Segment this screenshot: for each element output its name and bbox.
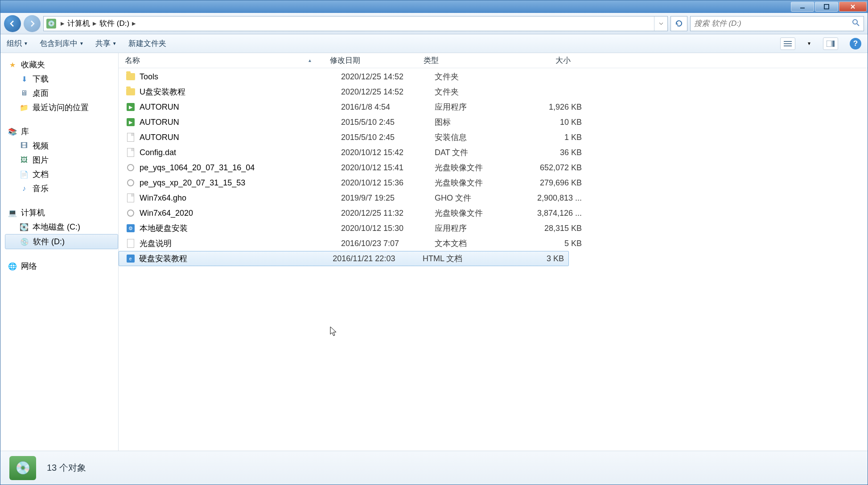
sidebar-computer-header[interactable]: 💻 计算机 [5, 206, 118, 220]
file-row[interactable]: Win7x64.gho2019/9/7 19:25GHO 文件2,900,813… [119, 190, 868, 206]
close-button[interactable] [839, 2, 867, 12]
file-name: Tools [140, 72, 341, 82]
titlebar [0, 0, 868, 13]
file-type: 安装信息 [435, 132, 528, 143]
drive-icon: 💿 [20, 237, 29, 246]
share-button[interactable]: 共享 ▼ [95, 38, 117, 49]
search-box[interactable] [690, 16, 864, 31]
svg-rect-4 [784, 43, 792, 44]
file-row[interactable]: ⚙本地硬盘安装2020/10/12 15:30应用程序28,315 KB [119, 221, 868, 236]
favorites-label: 收藏夹 [21, 59, 45, 70]
address-dropdown[interactable] [654, 16, 667, 31]
status-text: 13 个对象 [47, 462, 86, 474]
address-bar[interactable]: 💿 ▸ 计算机 ▸ 软件 (D:) ▸ [43, 16, 668, 31]
organize-button[interactable]: 组织 ▼ [7, 38, 28, 49]
chevron-down-icon: ▼ [79, 41, 84, 46]
file-size: 36 KB [528, 148, 586, 157]
sidebar-item-recent[interactable]: 📁 最近访问的位置 [5, 100, 118, 115]
search-input[interactable] [694, 19, 852, 28]
desktop-label: 桌面 [33, 88, 49, 99]
organize-label: 组织 [7, 38, 22, 49]
sidebar-item-cdrive[interactable]: 💽 本地磁盘 (C:) [5, 220, 118, 234]
file-row[interactable]: ▶AUTORUN2015/5/10 2:45图标10 KB [119, 115, 868, 130]
refresh-button[interactable] [671, 16, 687, 31]
file-row[interactable]: AUTORUN2015/5/10 2:45安装信息1 KB [119, 130, 868, 145]
file-date: 2016/11/21 22:03 [333, 254, 423, 263]
videos-label: 视频 [33, 140, 49, 151]
file-date: 2020/12/25 11:32 [341, 209, 435, 218]
sidebar-item-ddrive[interactable]: 💿 软件 (D:) [5, 234, 118, 249]
file-name: 硬盘安装教程 [139, 253, 333, 264]
sidebar-network: 🌐 网络 [5, 259, 118, 273]
crumb-computer[interactable]: 计算机 [67, 18, 90, 29]
file-row[interactable]: Tools2020/12/25 14:52文件夹 [119, 69, 868, 84]
file-row[interactable]: U盘安装教程2020/12/25 14:52文件夹 [119, 84, 868, 99]
col-header-size[interactable]: 大小 [517, 55, 575, 66]
file-type: 文件夹 [435, 71, 528, 82]
include-library-button[interactable]: 包含到库中 ▼ [40, 38, 84, 49]
html-icon: e [125, 254, 136, 263]
sidebar-libraries-header[interactable]: 📚 库 [5, 124, 118, 139]
video-icon: 🎞 [19, 141, 29, 150]
chevron-down-icon[interactable]: ▼ [807, 41, 811, 46]
sidebar-network-header[interactable]: 🌐 网络 [5, 259, 118, 273]
network-icon: 🌐 [8, 262, 17, 271]
hdd-icon: 💽 [19, 222, 29, 231]
file-name: Win7x64.gho [140, 193, 341, 203]
documents-label: 文档 [33, 169, 49, 180]
back-button[interactable] [4, 15, 21, 32]
recent-label: 最近访问的位置 [33, 102, 89, 113]
minimize-button[interactable] [791, 2, 814, 12]
file-type: GHO 文件 [435, 193, 528, 203]
file-row[interactable]: Config.dat2020/10/12 15:42DAT 文件36 KB [119, 145, 868, 160]
sidebar-item-music[interactable]: ♪ 音乐 [5, 181, 118, 196]
file-row[interactable]: e硬盘安装教程2016/11/21 22:03HTML 文档3 KB [119, 251, 569, 266]
file-row[interactable]: ▶AUTORUN2016/1/8 4:54应用程序1,926 KB [119, 99, 868, 115]
file-row[interactable]: Win7x64_20202020/12/25 11:32光盘映像文件3,874,… [119, 206, 868, 221]
file-date: 2020/10/12 15:36 [341, 178, 435, 188]
network-label: 网络 [21, 261, 37, 271]
exe-icon: ⚙ [125, 223, 136, 233]
file-date: 2019/9/7 19:25 [341, 193, 435, 203]
svg-rect-7 [832, 41, 835, 47]
preview-pane-button[interactable] [823, 37, 838, 50]
crumb-drive[interactable]: 软件 (D:) [99, 18, 129, 29]
folder-icon [125, 72, 136, 82]
body: ★ 收藏夹 ⬇ 下载 🖥 桌面 📁 最近访问的位置 📚 [0, 53, 868, 451]
file-date: 2020/10/12 15:30 [341, 224, 435, 233]
file-size: 3,874,126 ... [528, 209, 586, 218]
svg-rect-6 [827, 41, 831, 47]
col-header-type[interactable]: 类型 [424, 55, 517, 66]
file-date: 2016/1/8 4:54 [341, 103, 435, 112]
sidebar-item-downloads[interactable]: ⬇ 下载 [5, 72, 118, 86]
col-header-name[interactable]: 名称 ▲ [125, 55, 330, 66]
svg-rect-5 [784, 45, 792, 46]
chevron-right-icon: ▸ [132, 19, 136, 28]
music-icon: ♪ [19, 184, 29, 193]
sidebar-item-documents[interactable]: 📄 文档 [5, 167, 118, 181]
file-row[interactable]: pe_yqs_xp_20_07_31_15_532020/10/12 15:36… [119, 175, 868, 190]
maximize-button[interactable] [815, 2, 838, 12]
file-row[interactable]: 光盘说明2016/10/23 7:07文本文档5 KB [119, 236, 868, 251]
sidebar-favorites: ★ 收藏夹 ⬇ 下载 🖥 桌面 📁 最近访问的位置 [5, 58, 118, 115]
view-mode-button[interactable] [780, 37, 795, 50]
sidebar-item-desktop[interactable]: 🖥 桌面 [5, 86, 118, 100]
file-row[interactable]: pe_yqs_1064_20_07_31_16_042020/10/12 15:… [119, 160, 868, 175]
status-bar: 💿 13 个对象 [0, 451, 868, 485]
file-size: 28,315 KB [528, 224, 586, 233]
sidebar-item-videos[interactable]: 🎞 视频 [5, 139, 118, 153]
file-name: 光盘说明 [140, 238, 341, 249]
forward-button[interactable] [24, 15, 41, 32]
new-folder-button[interactable]: 新建文件夹 [128, 38, 166, 49]
chevron-down-icon: ▼ [112, 41, 117, 46]
file-name: AUTORUN [140, 103, 341, 112]
col-header-date[interactable]: 修改日期 [330, 55, 424, 66]
libraries-label: 库 [21, 126, 29, 137]
downloads-label: 下载 [33, 74, 49, 84]
file-date: 2016/10/23 7:07 [341, 239, 435, 248]
sidebar-item-pictures[interactable]: 🖼 图片 [5, 153, 118, 167]
help-button[interactable]: ? [850, 38, 861, 49]
sidebar-favorites-header[interactable]: ★ 收藏夹 [5, 58, 118, 72]
picture-icon: 🖼 [19, 156, 29, 164]
svg-rect-1 [824, 4, 829, 9]
